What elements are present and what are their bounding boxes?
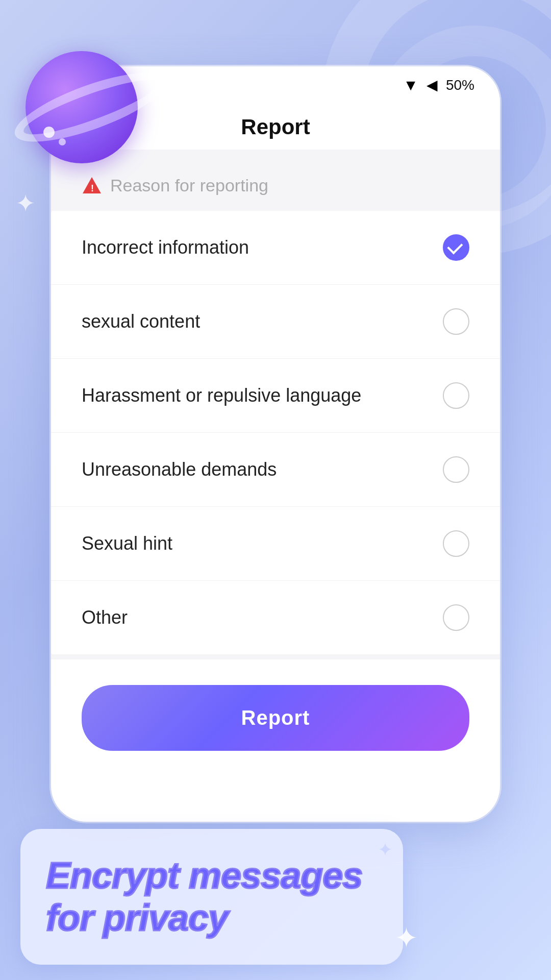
option-unreasonable-demands[interactable]: Unreasonable demands (51, 433, 500, 507)
planet-decoration (26, 51, 138, 163)
option-label: Incorrect information (82, 237, 249, 258)
bottom-banner: Encrypt messages for privacy ✦ ✦ (20, 829, 403, 965)
option-label: Unreasonable demands (82, 459, 277, 480)
planet-dot2 (59, 138, 66, 145)
svg-text:!: ! (91, 183, 94, 193)
option-sexual-hint[interactable]: Sexual hint (51, 507, 500, 581)
option-label: Sexual hint (82, 533, 172, 554)
report-button[interactable]: Report (82, 685, 469, 751)
radio-unreasonable[interactable] (443, 456, 469, 483)
banner-sparkle-icon: ✦ (394, 921, 418, 954)
battery-indicator: 50% (446, 77, 474, 93)
radio-sexual-content[interactable] (443, 308, 469, 335)
status-icons: ▼ ◀ 50% (403, 77, 474, 94)
radio-incorrect[interactable] (443, 234, 469, 261)
reason-text: Reason for reporting (110, 176, 268, 195)
option-label: Harassment or repulsive language (82, 385, 361, 406)
sparkle-icon-1: ✦ (15, 189, 36, 217)
planet-dot (43, 127, 55, 138)
alert-icon: ! (82, 175, 102, 195)
phone-frame: AM ▼ ◀ 50% ‹ Report ! Reason for reporti… (51, 66, 500, 822)
radio-other[interactable] (443, 604, 469, 631)
radio-harassment[interactable] (443, 382, 469, 409)
banner-line2: for privacy (46, 897, 228, 938)
page-title: Report (241, 115, 310, 139)
option-incorrect-information[interactable]: Incorrect information (51, 211, 500, 285)
content-area: ! Reason for reporting Incorrect informa… (51, 150, 500, 781)
option-sexual-content[interactable]: sexual content (51, 285, 500, 359)
banner-text: Encrypt messages for privacy (46, 854, 372, 939)
option-other[interactable]: Other (51, 581, 500, 654)
banner-sparkle-small-icon: ✦ (378, 839, 393, 861)
radio-sexual-hint[interactable] (443, 530, 469, 557)
option-label: sexual content (82, 311, 200, 332)
signal-icon: ◀ (427, 77, 438, 93)
wifi-icon: ▼ (403, 77, 418, 94)
banner-line1: Encrypt messages (46, 855, 362, 896)
button-area: Report (51, 659, 500, 781)
option-label: Other (82, 607, 128, 628)
option-harassment[interactable]: Harassment or repulsive language (51, 359, 500, 433)
options-card: Incorrect information sexual content Har… (51, 211, 500, 654)
reason-label-row: ! Reason for reporting (51, 165, 500, 206)
